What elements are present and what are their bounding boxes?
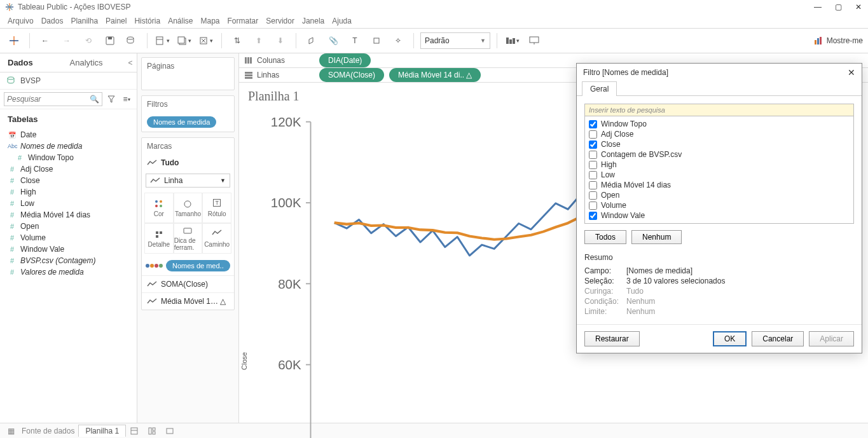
filter-item[interactable]: High <box>589 160 850 170</box>
menu-ajuda[interactable]: Ajuda <box>332 17 352 25</box>
menu-planilha[interactable]: Planilha <box>71 17 98 25</box>
filter-checkbox[interactable] <box>589 212 597 220</box>
tableau-home-icon[interactable] <box>5 32 23 50</box>
sort-desc-icon[interactable]: ⬇ <box>272 32 289 50</box>
dialog-tab-general[interactable]: Geral <box>582 81 617 96</box>
filter-checkbox[interactable] <box>589 181 597 189</box>
select-all-button[interactable]: Todos <box>584 230 626 244</box>
sort-asc-icon[interactable]: ⬆ <box>250 32 268 50</box>
field-item[interactable]: #Open <box>4 221 133 232</box>
columns-pill-date[interactable]: DIA(Date) <box>319 53 371 67</box>
marks-cell-tamanho[interactable]: Tamanho <box>174 193 203 223</box>
tab-analytics[interactable]: Analytics <box>62 58 125 67</box>
new-dashboard-icon[interactable] <box>148 427 162 435</box>
marks-cell-detalhe[interactable]: Detalhe <box>144 223 174 254</box>
clear-icon[interactable]: ▾ <box>197 32 215 50</box>
field-item[interactable]: #Low <box>4 198 133 209</box>
apply-button[interactable]: Aplicar <box>809 331 854 346</box>
group-icon[interactable]: 📎 <box>324 32 342 50</box>
labels-icon[interactable] <box>368 32 385 50</box>
field-item[interactable]: AbcNomes de medida <box>4 140 133 152</box>
menu-arquivo[interactable]: Arquivo <box>8 17 34 25</box>
filter-item[interactable]: Window Topo <box>589 119 850 129</box>
save-icon[interactable] <box>101 32 119 50</box>
menu-historia[interactable]: História <box>134 17 160 25</box>
revert-icon[interactable]: ⟲ <box>79 32 97 50</box>
menu-analise[interactable]: Análise <box>168 17 193 25</box>
menu-janela[interactable]: Janela <box>302 17 324 25</box>
filter-checkbox[interactable] <box>589 120 597 128</box>
menu-painel[interactable]: Painel <box>106 17 127 25</box>
filter-search[interactable]: Inserir texto de pesquisa <box>585 104 853 116</box>
filter-item[interactable]: Window Vale <box>589 210 850 221</box>
highlight-icon[interactable] <box>303 32 320 50</box>
select-none-button[interactable]: Nenhum <box>631 230 682 244</box>
filter-checkbox[interactable] <box>589 140 597 149</box>
measure-row-close[interactable]: SOMA(Close) <box>142 275 234 292</box>
datasource-tab-icon[interactable]: ▦ <box>4 427 18 435</box>
close-icon[interactable]: ✕ <box>854 3 863 11</box>
show-me-button[interactable]: Mostre-me <box>814 36 863 45</box>
field-item[interactable]: 📅Date <box>4 129 133 140</box>
totals-icon[interactable]: T <box>346 32 364 50</box>
menu-formatar[interactable]: Formatar <box>228 17 259 25</box>
ok-button[interactable]: OK <box>713 331 747 346</box>
datasource-tab[interactable]: Fonte de dados <box>22 427 74 435</box>
marks-all-header[interactable]: Tudo <box>142 154 234 171</box>
cancel-button[interactable]: Cancelar <box>752 331 804 346</box>
filter-checkbox[interactable] <box>589 191 597 200</box>
filter-pill[interactable]: Nomes de medida <box>147 116 216 128</box>
filter-item[interactable]: Média Móvel 14 dias <box>589 180 850 190</box>
presentation-icon[interactable] <box>525 32 543 50</box>
field-item[interactable]: #Adj Close <box>4 163 133 175</box>
swap-icon[interactable]: ⇅ <box>228 32 246 50</box>
maximize-icon[interactable]: ▢ <box>834 3 843 11</box>
marks-color-pill[interactable]: Nomes de med.. <box>166 260 230 271</box>
filter-checkbox[interactable] <box>589 161 597 169</box>
redo-icon[interactable]: → <box>58 32 76 50</box>
field-item[interactable]: #BVSP.csv (Contagem) <box>4 255 133 266</box>
reset-button[interactable]: Restaurar <box>584 331 640 346</box>
rows-pill-close[interactable]: SOMA(Close) <box>319 68 384 82</box>
field-item[interactable]: #Window Vale <box>4 243 133 255</box>
filter-checkbox[interactable] <box>589 130 597 139</box>
show-cards-icon[interactable]: ▾ <box>504 32 521 50</box>
collapse-pane-icon[interactable]: < <box>124 58 137 67</box>
datasource-row[interactable]: BVSP <box>0 72 137 89</box>
filter-item[interactable]: Low <box>589 170 850 180</box>
filter-checkbox[interactable] <box>589 202 597 210</box>
sheet-tab[interactable]: Planilha 1 <box>78 425 126 437</box>
minimize-icon[interactable]: — <box>813 3 822 11</box>
pin-icon[interactable]: ✧ <box>389 32 407 50</box>
filter-item[interactable]: Open <box>589 190 850 200</box>
filter-item[interactable]: Contagem de BVSP.csv <box>589 149 850 160</box>
field-item[interactable]: #High <box>4 186 133 198</box>
measure-row-ma[interactable]: Média Móvel 1… △ <box>142 292 234 310</box>
view-options-icon[interactable]: ≡▾ <box>120 93 133 106</box>
menu-servidor[interactable]: Servidor <box>266 17 294 25</box>
field-item[interactable]: #Volume <box>4 232 133 243</box>
new-sheet-icon[interactable] <box>130 427 144 435</box>
duplicate-icon[interactable]: ▾ <box>176 32 193 50</box>
new-datasource-icon[interactable] <box>123 32 141 50</box>
field-search-input[interactable] <box>7 95 90 104</box>
filter-item[interactable]: Adj Close <box>589 129 850 139</box>
filter-checkbox[interactable] <box>589 171 597 179</box>
marks-cell-caminho[interactable]: Caminho <box>202 223 231 254</box>
tab-data[interactable]: Dados <box>0 58 62 67</box>
field-item[interactable]: #Window Topo <box>4 152 133 163</box>
filter-fields-icon[interactable] <box>105 93 118 106</box>
menu-dados[interactable]: Dados <box>41 17 64 25</box>
field-item[interactable]: #Valores de medida <box>4 266 133 278</box>
undo-icon[interactable]: ← <box>36 32 54 50</box>
filter-item[interactable]: Close <box>589 139 850 149</box>
marks-cell-dicadeferram[interactable]: Dica de ferram. <box>174 223 203 254</box>
mark-type-dropdown[interactable]: Linha ▼ <box>146 174 230 188</box>
fit-dropdown[interactable]: Padrão ▼ <box>420 32 490 49</box>
menu-mapa[interactable]: Mapa <box>200 17 219 25</box>
field-item[interactable]: #Média Móvel 14 dias <box>4 209 133 221</box>
new-story-icon[interactable] <box>165 427 179 435</box>
marks-cell-cor[interactable]: Cor <box>144 193 174 223</box>
filter-item[interactable]: Volume <box>589 200 850 210</box>
rows-pill-ma[interactable]: Média Móvel 14 di.. △ <box>389 68 481 82</box>
